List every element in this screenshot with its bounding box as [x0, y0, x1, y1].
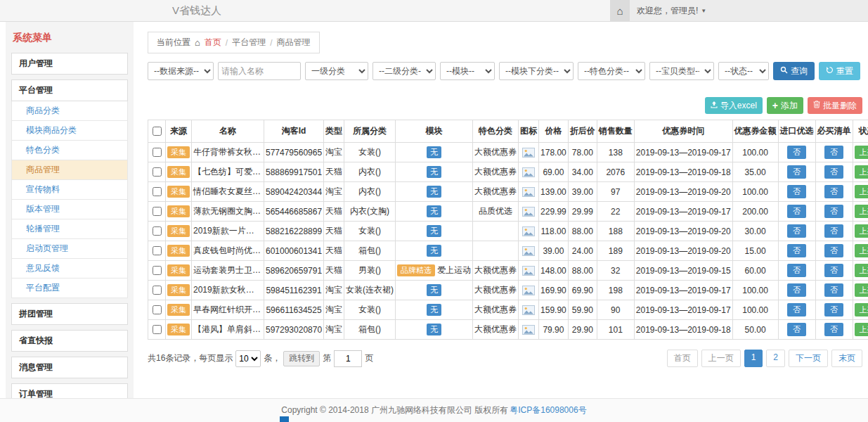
user-menu[interactable]: 欢迎您，管理员! ▼ [630, 5, 713, 17]
sidebar-group-header[interactable]: 省直快报 [11, 330, 128, 352]
page-size-select[interactable]: 10 [235, 350, 261, 367]
sidebar-item[interactable]: 轮播管理 [11, 219, 128, 239]
product-name[interactable]: 情侣睡衣女夏丝绸男士... [193, 186, 264, 196]
import-select-toggle[interactable]: 否 [787, 283, 806, 297]
data-source-filter-select[interactable]: --数据来源-- [148, 62, 214, 80]
row-checkbox[interactable] [153, 286, 162, 295]
sidebar-group-header[interactable]: 订单管理 [11, 383, 128, 399]
product-name[interactable]: 真皮钱包时尚优雅女士... [193, 245, 264, 255]
row-checkbox[interactable] [153, 187, 162, 196]
caret-down-icon: ▼ [701, 8, 706, 14]
product-name[interactable]: 早春网红针织开衫女春... [193, 305, 264, 314]
sidebar-item[interactable]: 商品分类 [11, 101, 128, 121]
pagination-button[interactable]: 末页 [831, 350, 862, 367]
pagination-button[interactable]: 2 [766, 350, 785, 367]
row-checkbox[interactable] [153, 167, 162, 177]
batch-delete-button[interactable]: 批量删除 [808, 97, 862, 114]
status-button[interactable]: 上架 [855, 264, 868, 277]
sidebar-item[interactable]: 特色分类 [11, 141, 128, 160]
must-buy-toggle[interactable]: 否 [824, 224, 843, 238]
name-filter-input[interactable] [218, 62, 301, 80]
module-filter-select[interactable]: --模块-- [440, 62, 495, 80]
must-buy-toggle[interactable]: 否 [824, 185, 843, 198]
cell-must-buy: 否 [815, 300, 853, 320]
status-button[interactable]: 上架 [855, 205, 868, 218]
product-name[interactable]: 薄款无钢圈文胸聚拢性... [193, 206, 264, 216]
import-select-toggle[interactable]: 否 [787, 185, 806, 198]
search-button[interactable]: 查询 [773, 62, 815, 80]
must-buy-toggle[interactable]: 否 [824, 283, 843, 297]
product-name[interactable]: 【港风】单肩斜挎链条... [193, 324, 264, 334]
pagination-button[interactable]: 上一页 [701, 350, 741, 367]
sidebar-item[interactable]: 版本管理 [11, 200, 128, 219]
status-button[interactable]: 上架 [855, 244, 868, 257]
import-select-toggle[interactable]: 否 [787, 323, 806, 336]
import-select-toggle[interactable]: 否 [787, 205, 806, 218]
icp-link[interactable]: 粤ICP备16098006号 [510, 404, 586, 416]
status-button[interactable]: 上架 [855, 283, 868, 297]
import-select-toggle[interactable]: 否 [787, 244, 806, 257]
home-icon[interactable]: ⌂ [610, 0, 630, 21]
status-button[interactable]: 上架 [855, 146, 868, 159]
status-button[interactable]: 上架 [855, 323, 868, 336]
import-select-toggle[interactable]: 否 [787, 165, 806, 179]
sidebar-group: 消息管理 [11, 357, 128, 378]
sidebar-item[interactable]: 模块商品分类 [11, 121, 128, 141]
row-checkbox[interactable] [153, 266, 162, 275]
row-checkbox[interactable] [153, 305, 162, 314]
add-button[interactable]: + 添加 [767, 97, 803, 114]
cell-icon [519, 222, 539, 241]
status-button[interactable]: 上架 [855, 185, 868, 198]
sidebar-item[interactable]: 宣传物料 [11, 180, 128, 200]
table-row: 采集情侣睡衣女夏丝绸男士...589042420344淘宝内衣()无大额优惠券1… [148, 182, 868, 202]
sidebar-item[interactable]: 商品管理 [11, 160, 128, 180]
sidebar-group-header[interactable]: 消息管理 [11, 357, 128, 378]
special-category-filter-select[interactable]: --特色分类-- [578, 62, 645, 80]
sidebar-item[interactable]: 启动页管理 [11, 239, 128, 259]
must-buy-toggle[interactable]: 否 [824, 165, 843, 179]
product-name[interactable]: 2019新款女秋薄款... [193, 285, 264, 295]
import-excel-button[interactable]: 导入excel [705, 97, 763, 114]
import-select-toggle[interactable]: 否 [787, 224, 806, 238]
import-select-toggle[interactable]: 否 [787, 264, 806, 277]
pagination-button[interactable]: 首页 [667, 350, 698, 367]
must-buy-toggle[interactable]: 否 [824, 323, 843, 336]
pagination-button[interactable]: 下一页 [789, 350, 828, 367]
jump-button[interactable]: 跳转到 [283, 351, 320, 366]
cell-import-select: 否 [778, 300, 815, 320]
status-button[interactable]: 上架 [855, 224, 868, 238]
must-buy-toggle[interactable]: 否 [824, 264, 843, 277]
page-number-input[interactable] [334, 350, 362, 367]
product-name[interactable]: 牛仔背带裤女秋装减龄... [193, 147, 264, 157]
status-button[interactable]: 上架 [855, 165, 868, 179]
row-checkbox[interactable] [153, 148, 162, 157]
must-buy-toggle[interactable]: 否 [824, 146, 843, 159]
breadcrumb-item[interactable]: 首页 [205, 37, 221, 49]
select-all-checkbox[interactable] [153, 127, 162, 136]
row-checkbox[interactable] [153, 226, 162, 236]
item-type-filter-select[interactable]: --宝贝类型-- [649, 62, 714, 80]
level1-category-filter-select[interactable]: 一级分类 [305, 62, 368, 80]
product-name[interactable]: 运动套装男士卫衣初秋... [193, 265, 264, 275]
row-checkbox[interactable] [153, 207, 162, 216]
module-sub-category-filter-select[interactable]: --模块下分类-- [499, 62, 574, 80]
must-buy-toggle[interactable]: 否 [824, 303, 843, 316]
import-select-toggle[interactable]: 否 [787, 146, 806, 159]
pagination-button[interactable]: 1 [744, 350, 763, 367]
level2-category-filter-select[interactable]: --二级分类-- [373, 62, 436, 80]
status-filter-select[interactable]: --状态-- [718, 62, 769, 80]
product-name[interactable]: 2019新款一片式系... [193, 226, 264, 236]
row-checkbox[interactable] [153, 246, 162, 255]
product-name[interactable]: 【七色纺】可爱纯棉家... [193, 167, 264, 177]
must-buy-toggle[interactable]: 否 [824, 244, 843, 257]
sidebar-group-header[interactable]: 拼团管理 [11, 303, 128, 325]
sidebar-group-header[interactable]: 平台管理 [11, 79, 128, 101]
sidebar-item[interactable]: 平台配置 [11, 279, 128, 298]
must-buy-toggle[interactable]: 否 [824, 205, 843, 218]
import-select-toggle[interactable]: 否 [787, 303, 806, 316]
reset-button[interactable]: 重置 [819, 62, 860, 80]
status-button[interactable]: 上架 [855, 303, 868, 316]
sidebar-group-header[interactable]: 用户管理 [11, 53, 128, 75]
row-checkbox[interactable] [153, 325, 162, 334]
sidebar-item[interactable]: 意见反馈 [11, 259, 128, 279]
